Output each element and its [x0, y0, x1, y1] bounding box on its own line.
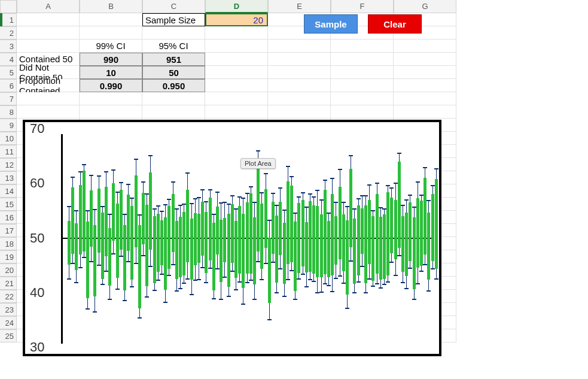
sample-button[interactable]: Sample [304, 14, 358, 34]
row-header-21[interactable]: 21 [0, 277, 17, 290]
cell-D8[interactable] [205, 105, 268, 119]
table-cell-95: 50 [142, 66, 205, 79]
cell-F5[interactable] [331, 66, 394, 79]
col-header-E[interactable]: E [268, 0, 331, 13]
cell-A2[interactable] [17, 26, 80, 40]
table-row-label: Proportion Contained [17, 79, 80, 92]
cell-A8[interactable] [17, 105, 80, 119]
header-95ci: 95% CI [142, 40, 205, 53]
cell-B2[interactable] [80, 26, 142, 40]
clear-button[interactable]: Clear [368, 14, 422, 34]
row-header-5[interactable]: 5 [0, 66, 17, 79]
cell-G3[interactable] [394, 40, 456, 53]
y-tick-label: 60 [30, 175, 44, 191]
table-cell-95: 951 [142, 53, 205, 66]
row-header-6[interactable]: 6 [0, 79, 17, 92]
cell-F8[interactable] [331, 105, 394, 119]
cell-F7[interactable] [331, 92, 394, 105]
row-header-13[interactable]: 13 [0, 171, 17, 184]
cell-B1[interactable] [80, 13, 142, 26]
row-header-16[interactable]: 16 [0, 211, 17, 224]
col-header-F[interactable]: F [331, 0, 394, 13]
col-header-C[interactable]: C [142, 0, 205, 13]
col-header-D[interactable]: D [205, 0, 268, 13]
cell-F3[interactable] [331, 40, 394, 53]
cell-E7[interactable] [268, 92, 331, 105]
row-header-3[interactable]: 3 [0, 40, 17, 53]
row-header-20[interactable]: 20 [0, 263, 17, 277]
cell-G7[interactable] [394, 92, 456, 105]
row-header-14[interactable]: 14 [0, 184, 17, 198]
cell-D7[interactable] [205, 92, 268, 105]
cell-E6[interactable] [268, 79, 331, 92]
row-header-12[interactable]: 12 [0, 158, 17, 171]
row-header-11[interactable]: 11 [0, 145, 17, 158]
cell-G4[interactable] [394, 53, 456, 66]
cell-A1[interactable] [17, 13, 80, 26]
row-header-25[interactable]: 25 [0, 329, 17, 342]
table-cell-99: 990 [80, 53, 142, 66]
row-header-1[interactable]: 1 [0, 13, 17, 26]
table-cell-95: 0.950 [142, 79, 205, 92]
sample-size-input[interactable]: 20▼ [205, 13, 268, 26]
row-header-7[interactable]: 7 [0, 92, 17, 105]
cell-E5[interactable] [268, 66, 331, 79]
cell-A3[interactable] [17, 40, 80, 53]
cell-D3[interactable] [205, 40, 268, 53]
cell-G6[interactable] [394, 79, 456, 92]
chart-area[interactable]: 3040506070 Plot Area [23, 120, 441, 342]
table-cell-99: 0.990 [80, 79, 142, 92]
sample-size-label: Sample Size [142, 13, 205, 26]
table-cell-99: 10 [80, 66, 142, 79]
row-header-2[interactable]: 2 [0, 26, 17, 40]
col-header-G[interactable]: G [394, 0, 456, 13]
header-99ci: 99% CI [80, 40, 142, 53]
cell-D5[interactable] [205, 66, 268, 79]
cell-B7[interactable] [80, 92, 142, 105]
y-tick-label: 70 [30, 121, 44, 137]
row-header-22[interactable]: 22 [0, 290, 17, 303]
cell-E3[interactable] [268, 40, 331, 53]
cell-B8[interactable] [80, 105, 142, 119]
cell-F4[interactable] [331, 53, 394, 66]
cell-C7[interactable] [142, 92, 205, 105]
row-header-8[interactable]: 8 [0, 105, 17, 119]
y-tick-label: 50 [30, 231, 44, 246]
row-header-15[interactable]: 15 [0, 198, 17, 211]
cell-F6[interactable] [331, 79, 394, 92]
y-tick-label: 40 [30, 285, 44, 301]
row-header-9[interactable]: 9 [0, 119, 17, 132]
cell-D6[interactable] [205, 79, 268, 92]
ci-interval [434, 122, 438, 342]
cell-A7[interactable] [17, 92, 80, 105]
row-header-19[interactable]: 19 [0, 250, 17, 263]
cell-E4[interactable] [268, 53, 331, 66]
select-all-corner[interactable] [0, 0, 17, 13]
row-header-17[interactable]: 17 [0, 224, 17, 237]
cell-C2[interactable] [142, 26, 205, 40]
row-header-23[interactable]: 23 [0, 303, 17, 316]
cell-E8[interactable] [268, 105, 331, 119]
cell-G8[interactable] [394, 105, 456, 119]
plot-area-tooltip: Plot Area [240, 158, 276, 169]
cell-G5[interactable] [394, 66, 456, 79]
row-header-18[interactable]: 18 [0, 237, 17, 250]
row-header-10[interactable]: 10 [0, 132, 17, 145]
row-header-24[interactable]: 24 [0, 316, 17, 329]
cell-D4[interactable] [205, 53, 268, 66]
row-header-4[interactable]: 4 [0, 53, 17, 66]
col-header-B[interactable]: B [80, 0, 142, 13]
y-tick-label: 30 [30, 339, 44, 342]
cell-C8[interactable] [142, 105, 205, 119]
cell-D2[interactable] [205, 26, 268, 40]
col-header-A[interactable]: A [17, 0, 80, 13]
